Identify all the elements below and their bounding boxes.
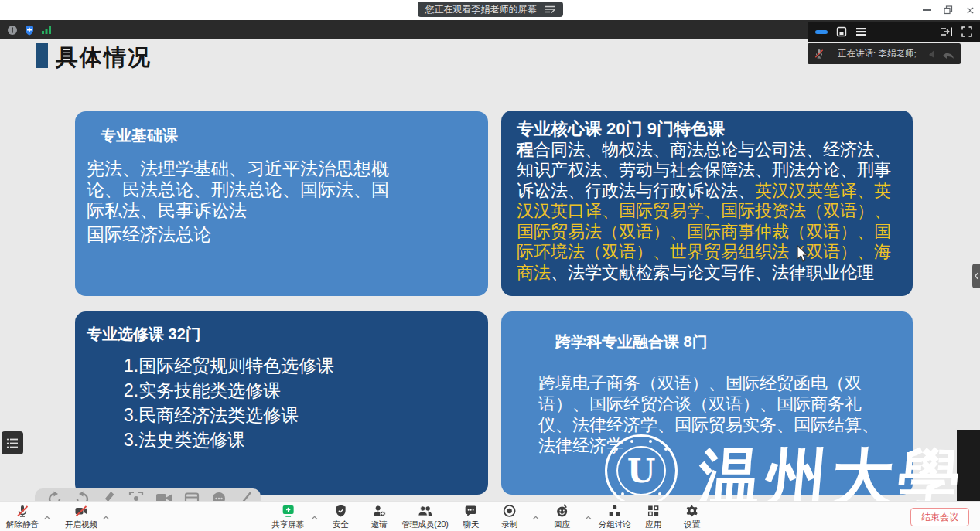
share-screen-icon [281, 504, 295, 518]
apps-grid-icon [647, 504, 661, 518]
network-signal-icon [41, 25, 52, 35]
toolbar-item-settings[interactable]: 设置 [676, 504, 709, 530]
box-basic-body: 宪法、法理学基础、习近平法治思想概论、民法总论、刑法总论、国际法、国际私法、民事… [87, 158, 396, 221]
fullscreen-icon[interactable] [961, 26, 972, 37]
toolbar-item-unmute[interactable]: 解除静音 [6, 504, 39, 530]
toolbar-item-record[interactable]: 录制 [493, 504, 526, 530]
react-options-chevron[interactable] [585, 509, 592, 523]
toolbar-item-invite[interactable]: 邀请 [363, 504, 395, 530]
screen-viewing-banner[interactable]: 您正在观看李娟老师的屏幕 [418, 2, 563, 17]
hand-raise-icon[interactable] [927, 49, 939, 59]
redo-icon[interactable] [74, 491, 90, 501]
screenshot-icon[interactable] [128, 491, 144, 501]
chevron-left-icon [974, 272, 979, 280]
slide-title: 具体情况 [56, 43, 152, 73]
comment-bubble-icon[interactable] [211, 491, 227, 501]
card-icon[interactable] [184, 491, 200, 501]
settings-gear-icon [685, 504, 699, 518]
toolbar-label: 录制 [501, 519, 517, 530]
protection-shield-icon[interactable] [24, 25, 35, 36]
mouse-cursor [797, 245, 810, 263]
slide-list-button[interactable] [2, 431, 23, 454]
camera-muted-icon [74, 504, 88, 518]
box-elective-courses: 专业选修课 32门 1.国际经贸规则特色选修课 2.实务技能类选修课 3.民商经… [75, 311, 488, 495]
banner-menu-icon[interactable] [545, 5, 555, 14]
layers-icon[interactable] [855, 26, 866, 37]
close-icon [966, 6, 975, 15]
speaking-text: 正在讲话: 李娟老师; [838, 48, 927, 60]
toolbar-label: 邀请 [371, 519, 388, 530]
toolbar-label: 解除静音 [6, 519, 39, 530]
record-options-chevron[interactable] [532, 509, 540, 523]
box-core-title-wrap: 程 [517, 140, 534, 159]
list-item: 2.实务技能类选修课 [124, 378, 488, 403]
shared-screen-content: 具体情况 专业基础课 宪法、法理学基础、习近平法治思想概论、民法总论、刑法总论、… [0, 39, 980, 501]
toolbar-item-react[interactable]: 回应 [546, 504, 579, 530]
toolbar-label: 开启视频 [65, 519, 97, 530]
screen-viewing-banner-text: 您正在观看李娟老师的屏幕 [425, 3, 537, 16]
mute-options-chevron[interactable] [43, 509, 51, 523]
minimize-button[interactable] [921, 5, 932, 15]
window-titlebar: 您正在观看李娟老师的屏幕 [0, 0, 980, 20]
toolbar-item-chat[interactable]: 聊天 [455, 504, 487, 530]
status-panel-toolbar [808, 22, 980, 42]
toolbar-item-share-screen[interactable]: 共享屏幕 [271, 504, 304, 530]
restore-icon [944, 5, 953, 15]
status-panel: 正在讲话: 李娟老师; [808, 22, 980, 64]
box-core-body-white-end: 、法学文献检索与论文写作、法律职业伦理 [551, 263, 874, 282]
toolbar-item-apps[interactable]: 应用 [637, 504, 670, 530]
logo-letter: U [616, 446, 666, 495]
box-basic-body-2: 国际经济法总论 [87, 224, 488, 245]
reaction-emoji-icon [555, 504, 569, 518]
university-seal-logo: U [605, 434, 678, 501]
close-button[interactable] [965, 5, 975, 15]
list-icon [6, 437, 19, 449]
security-shield-icon [333, 504, 347, 518]
video-options-chevron[interactable] [102, 509, 110, 523]
meeting-toolbar: 解除静音 开启视频 [0, 501, 980, 531]
toolbar-label: 安全 [333, 519, 349, 530]
open-sidebar-icon[interactable] [941, 26, 953, 37]
minimize-panel-icon[interactable] [815, 30, 828, 34]
box-core-title: 专业核心课 20门 9门特色课 [517, 119, 725, 138]
title-accent-bar [36, 43, 48, 68]
annotation-toolbar[interactable] [35, 488, 261, 501]
divider [831, 49, 831, 60]
toolbar-item-manage-members[interactable]: 管理成员(20) [401, 504, 449, 530]
box-basic-courses: 专业基础课 宪法、法理学基础、习近平法治思想概论、民法总论、刑法总论、国际法、国… [75, 111, 488, 296]
list-item: 3.法史类选修课 [124, 427, 488, 452]
info-icon[interactable] [7, 25, 18, 36]
reply-arrow-icon[interactable] [942, 49, 954, 59]
university-watermark-text: 温州大學 [695, 437, 968, 501]
whiteboard-icon[interactable] [836, 26, 847, 37]
collapse-panel-handle[interactable] [972, 264, 980, 288]
share-options-chevron[interactable] [310, 509, 318, 523]
breakout-rooms-icon [608, 504, 622, 518]
members-icon [418, 504, 433, 518]
box-elective-list: 1.国际经贸规则特色选修课 2.实务技能类选修课 3.民商经济法类选修课 3.法… [124, 353, 488, 452]
toolbar-label: 设置 [684, 519, 700, 530]
end-meeting-button[interactable]: 结束会议 [910, 508, 969, 526]
box-elective-title: 专业选修课 32门 [87, 324, 488, 345]
list-item: 1.国际经贸规则特色选修课 [124, 353, 488, 378]
meeting-window: 您正在观看李娟老师的屏幕 [0, 0, 980, 531]
line-tool-icon[interactable] [238, 491, 254, 501]
toolbar-item-breakout[interactable]: 分组讨论 [599, 504, 631, 530]
restore-button[interactable] [943, 5, 954, 15]
toolbar-label: 管理成员(20) [401, 519, 449, 530]
mic-muted-small-icon [814, 48, 825, 60]
record-icon [503, 504, 517, 518]
box-basic-title: 专业基础课 [101, 125, 488, 146]
toolbar-item-start-video[interactable]: 开启视频 [65, 504, 97, 530]
speaking-indicator: 正在讲话: 李娟老师; [808, 43, 961, 64]
undo-icon[interactable] [47, 491, 63, 501]
box-fusion-title: 跨学科专业融合课 8门 [555, 332, 913, 352]
toolbar-label: 分组讨论 [599, 519, 631, 530]
mic-muted-icon [15, 504, 29, 518]
invite-person-icon [372, 504, 386, 518]
video-clip-icon[interactable] [155, 491, 172, 501]
toolbar-item-security[interactable]: 安全 [324, 504, 357, 530]
toolbar-label: 聊天 [463, 519, 479, 530]
pen-icon[interactable] [101, 491, 117, 501]
toolbar-label: 应用 [645, 519, 661, 530]
